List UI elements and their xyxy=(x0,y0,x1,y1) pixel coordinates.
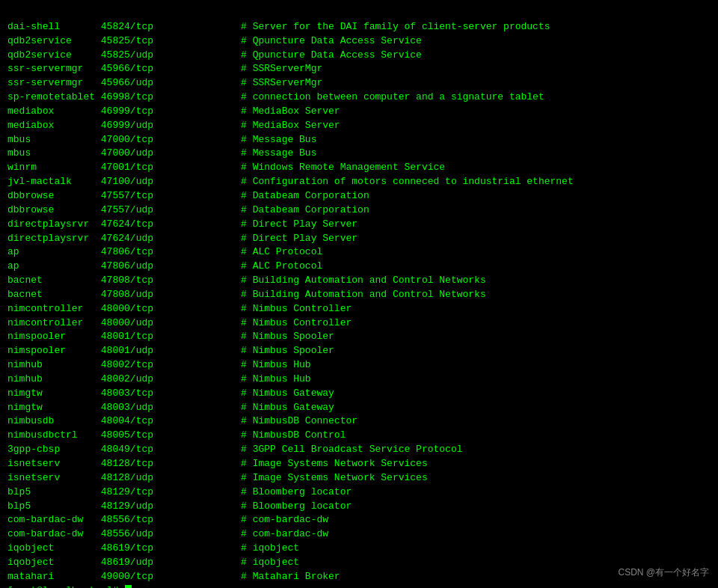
table-row: winrm 47001/tcp # Windows Remote Managem… xyxy=(7,161,711,175)
table-row: nimbusdb 48004/tcp # NimbusDB Connector xyxy=(7,414,711,429)
table-row: dai-shell 45824/tcp # Server for the DAI… xyxy=(7,20,711,34)
table-row: iqobject 48619/udp # iqobject xyxy=(7,556,711,570)
terminal-output: dai-shell 45824/tcp # Server for the DAI… xyxy=(7,6,711,588)
table-row: ap 47806/udp # ALC Protocol xyxy=(7,260,711,274)
table-row: blp5 48129/udp # Bloomberg locator xyxy=(7,500,711,514)
cursor xyxy=(125,585,132,588)
table-row: mbus 47000/udp # Message Bus xyxy=(7,147,711,161)
table-row: isnetserv 48128/udp # Image Systems Netw… xyxy=(7,471,711,486)
table-row: isnetserv 48128/tcp # Image Systems Netw… xyxy=(7,457,711,471)
table-row: jvl-mactalk 47100/udp # Configuration of… xyxy=(7,175,711,189)
table-row: blp5 48129/tcp # Bloomberg locator xyxy=(7,486,711,500)
table-row: nimspooler 48001/udp # Nimbus Spooler xyxy=(7,344,711,358)
table-row: sp-remotetablet 46998/tcp # connection b… xyxy=(7,91,711,105)
table-row: nimgtw 48003/tcp # Nimbus Gateway xyxy=(7,387,711,401)
table-row: ssr-servermgr 45966/tcp # SSRServerMgr xyxy=(7,62,711,76)
table-row: com-bardac-dw 48556/tcp # com-bardac-dw xyxy=(7,513,711,527)
table-row: bacnet 47808/udp # Building Automation a… xyxy=(7,288,711,302)
table-row: ssr-servermgr 45966/udp # SSRServerMgr xyxy=(7,76,711,91)
table-row: mediabox 46999/tcp # MediaBox Server xyxy=(7,105,711,119)
table-row: nimspooler 48001/tcp # Nimbus Spooler xyxy=(7,330,711,344)
table-row: nimhub 48002/udp # Nimbus Hub xyxy=(7,373,711,387)
table-row: directplaysrvr 47624/udp # Direct Play S… xyxy=(7,232,711,246)
table-row: qdb2service 45825/udp # Qpuncture Data A… xyxy=(7,49,711,63)
table-row: nimbusdbctrl 48005/tcp # NimbusDB Contro… xyxy=(7,429,711,443)
watermark: CSDN @有一个好名字 xyxy=(618,566,709,579)
table-row: bacnet 47808/tcp # Building Automation a… xyxy=(7,274,711,288)
table-row: 3gpp-cbsp 48049/tcp # 3GPP Cell Broadcas… xyxy=(7,443,711,457)
table-row: mediabox 46999/udp # MediaBox Server xyxy=(7,119,711,133)
table-row: dbbrowse 47557/udp # Databeam Corporatio… xyxy=(7,203,711,218)
table-row: directplaysrvr 47624/tcp # Direct Play S… xyxy=(7,218,711,232)
table-row: iqobject 48619/tcp # iqobject xyxy=(7,542,711,556)
table-row: nimgtw 48003/udp # Nimbus Gateway xyxy=(7,401,711,415)
table-row: com-bardac-dw 48556/udp # com-bardac-dw xyxy=(7,527,711,542)
table-row: nimcontroller 48000/udp # Nimbus Control… xyxy=(7,316,711,331)
table-row: mbus 47000/tcp # Message Bus xyxy=(7,133,711,147)
table-row: qdb2service 45825/tcp # Qpuncture Data A… xyxy=(7,34,711,49)
table-row: dbbrowse 47557/tcp # Databeam Corporatio… xyxy=(7,189,711,203)
table-row: ap 47806/tcp # ALC Protocol xyxy=(7,245,711,260)
table-row: nimhub 48002/tcp # Nimbus Hub xyxy=(7,358,711,373)
table-row: nimcontroller 48000/tcp # Nimbus Control… xyxy=(7,302,711,316)
table-row: matahari 49000/tcp # Matahari Broker xyxy=(7,570,711,584)
prompt-line: [root@localhost ~]# xyxy=(7,584,711,588)
